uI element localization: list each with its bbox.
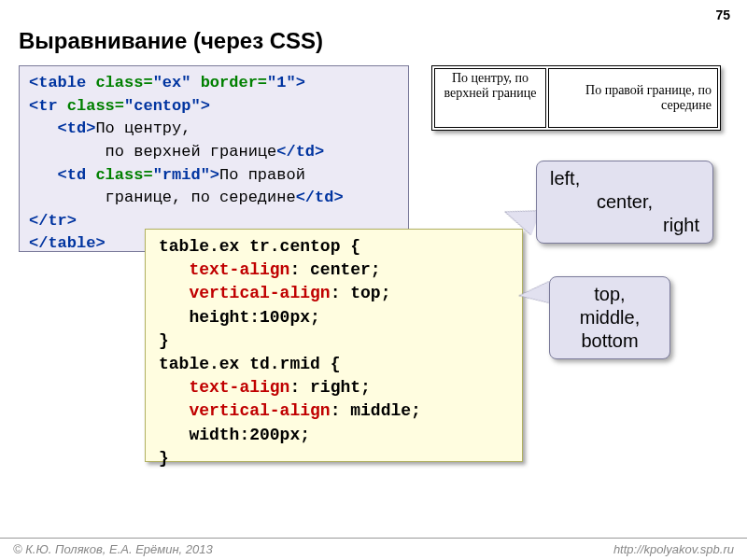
footer-url: http://kpolyakov.spb.ru xyxy=(613,542,734,556)
code-text: : center; xyxy=(289,260,380,279)
code-text xyxy=(159,284,189,302)
css-code-block: table.ex tr.centop { text-align: center;… xyxy=(145,229,523,462)
code-text: : middle; xyxy=(331,401,421,420)
table-row: По центру, по верхней границе По правой … xyxy=(434,68,718,128)
callout-line: top, xyxy=(563,283,656,306)
code-text: class= xyxy=(67,97,124,115)
code-text: По правой xyxy=(219,166,305,184)
code-text: text-align xyxy=(189,378,289,397)
callout-line: left, xyxy=(550,167,699,190)
callout-line: bottom xyxy=(563,329,656,353)
code-text: vertical-align xyxy=(189,284,330,302)
code-text: "centop"> xyxy=(124,97,210,115)
code-text: </td> xyxy=(296,189,344,206)
callout-line: center, xyxy=(550,190,699,214)
code-text: } xyxy=(159,331,169,350)
footer: © К.Ю. Поляков, Е.А. Ерёмин, 2013 http:/… xyxy=(0,538,747,560)
callout-line: middle, xyxy=(563,306,656,329)
demo-cell-rmid: По правой границе, по середине xyxy=(548,68,718,128)
code-text: </table> xyxy=(29,234,106,252)
code-text: table.ex tr.centop { xyxy=(159,237,360,256)
code-text: "ex" xyxy=(153,74,201,91)
footer-copyright: © К.Ю. Поляков, Е.А. Ерёмин, 2013 xyxy=(13,542,213,556)
code-text xyxy=(159,260,189,279)
page-number: 75 xyxy=(715,7,730,22)
page-title: Выравнивание (через CSS) xyxy=(19,28,323,54)
code-text: "rmid"> xyxy=(153,166,219,184)
code-text: border= xyxy=(201,74,267,91)
code-text xyxy=(159,378,189,397)
code-text: границе, по середине xyxy=(29,189,296,206)
callout-pointer xyxy=(518,281,552,306)
code-text: <tr xyxy=(29,97,67,115)
code-text: <td> xyxy=(29,119,95,137)
code-text: : right; xyxy=(289,378,370,397)
callout-vertical-align: top, middle, bottom xyxy=(549,276,670,359)
code-text xyxy=(159,401,189,420)
code-text: по верхней границе xyxy=(29,143,276,161)
code-text: } xyxy=(159,449,169,468)
demo-cell-centop: По центру, по верхней границе xyxy=(434,68,546,128)
code-text: table.ex td.rmid { xyxy=(159,355,340,373)
code-text: height:100px; xyxy=(159,308,320,327)
code-text: По центру, xyxy=(95,119,190,137)
code-text: <td xyxy=(29,166,95,184)
code-text: </tr> xyxy=(29,212,77,230)
html-code-block: <table class="ex" border="1"> <tr class=… xyxy=(19,65,409,252)
code-text: "1"> xyxy=(267,74,305,91)
callout-text-align: left, center, right xyxy=(536,161,713,244)
callout-line: right xyxy=(550,214,699,237)
code-text: class= xyxy=(95,166,152,184)
code-text: class= xyxy=(95,74,152,91)
code-text: text-align xyxy=(189,260,289,279)
code-text: vertical-align xyxy=(189,401,330,420)
code-text: : top; xyxy=(331,284,391,302)
demo-table: По центру, по верхней границе По правой … xyxy=(431,65,721,131)
code-text: <table xyxy=(29,74,95,91)
code-text: </td> xyxy=(276,143,324,161)
code-text: width:200px; xyxy=(159,426,310,444)
